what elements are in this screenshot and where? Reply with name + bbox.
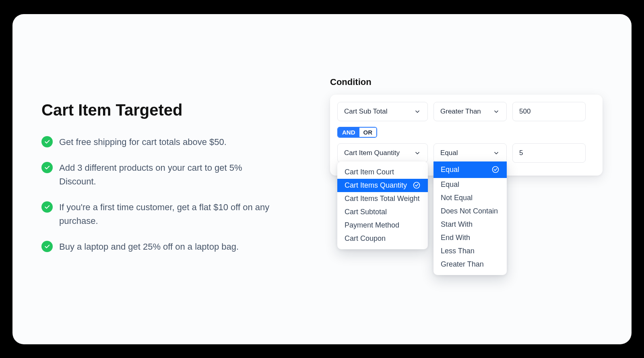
operator-option-label: End With [441, 234, 470, 242]
attribute-option-label: Payment Method [345, 221, 399, 230]
condition-heading: Condition [330, 77, 603, 87]
benefit-item: Buy a laptop and get 25% off on a laptop… [41, 240, 314, 254]
right-column: Condition Cart Sub Total Greater Than 50… [330, 37, 603, 322]
check-circle-icon [41, 136, 53, 147]
app-frame: Cart Item Targeted Get free shipping for… [12, 14, 632, 344]
logic-or-button[interactable]: OR [359, 128, 377, 137]
operator-select[interactable]: Equal [433, 143, 507, 163]
benefit-text: Add 3 different products on your cart to… [59, 161, 277, 188]
operator-option[interactable]: Start With [433, 218, 507, 231]
benefits-list: Get free shipping for cart totals above … [41, 135, 314, 254]
operator-dropdown: Equal Equal Not Equal Does Not Contain S… [433, 161, 507, 275]
attribute-select-value: Cart Item Quantity [344, 149, 400, 157]
check-circle-icon [41, 162, 53, 173]
attribute-option[interactable]: Cart Item Court [337, 166, 428, 179]
check-circle-icon [41, 201, 53, 213]
value-input[interactable]: 5 [512, 143, 586, 163]
attribute-option[interactable]: Payment Method [337, 219, 428, 232]
operator-option[interactable]: End With [433, 231, 507, 244]
operator-option[interactable]: Equal [433, 161, 507, 178]
operator-option-label: Equal [441, 180, 459, 189]
value-input[interactable]: 500 [512, 102, 586, 121]
attribute-select[interactable]: Cart Sub Total [337, 102, 428, 121]
attribute-option[interactable]: Cart Items Quantity [337, 179, 428, 192]
attribute-select[interactable]: Cart Item Quantity [337, 143, 428, 163]
operator-option[interactable]: Less Than [433, 244, 507, 258]
benefit-text: Buy a laptop and get 25% off on a laptop… [59, 240, 239, 254]
operator-option-label: Greater Than [441, 260, 484, 269]
chevron-down-icon [493, 149, 500, 157]
left-column: Cart Item Targeted Get free shipping for… [41, 37, 314, 322]
chevron-down-icon [414, 108, 421, 115]
value-input-text: 500 [519, 108, 530, 116]
check-circle-icon [41, 241, 53, 252]
operator-option-label: Does Not Contain [441, 207, 498, 215]
operator-select-value: Greater Than [440, 108, 481, 116]
operator-option-label: Not Equal [441, 194, 473, 202]
svg-point-1 [493, 167, 499, 173]
operator-select[interactable]: Greater Than [433, 102, 507, 121]
value-input-text: 5 [519, 149, 523, 157]
operator-option-label: Equal [441, 166, 459, 174]
benefit-item: Get free shipping for cart totals above … [41, 135, 314, 149]
operator-option-label: Less Than [441, 247, 475, 255]
attribute-option[interactable]: Cart Items Total Weight [337, 192, 428, 205]
attribute-dropdown: Cart Item Court Cart Items Quantity Cart… [337, 161, 428, 249]
attribute-option[interactable]: Cart Subtotal [337, 205, 428, 219]
attribute-option-label: Cart Item Court [345, 168, 394, 176]
operator-option[interactable]: Not Equal [433, 191, 507, 205]
attribute-option-label: Cart Subtotal [345, 208, 387, 216]
benefit-item: If you're a first time customer, get a f… [41, 201, 314, 228]
operator-option[interactable]: Greater Than [433, 258, 507, 271]
operator-option-label: Start With [441, 220, 473, 229]
benefit-text: Get free shipping for cart totals above … [59, 135, 227, 149]
check-circle-icon [491, 166, 500, 174]
svg-point-0 [414, 182, 420, 188]
operator-select-value: Equal [440, 149, 458, 157]
attribute-option-label: Cart Items Quantity [345, 181, 407, 190]
condition-row: Cart Sub Total Greater Than 500 [337, 102, 595, 121]
operator-option[interactable]: Equal [433, 178, 507, 191]
benefit-item: Add 3 different products on your cart to… [41, 161, 314, 188]
page-title: Cart Item Targeted [41, 101, 314, 119]
benefit-text: If you're a first time customer, get a f… [59, 201, 277, 228]
chevron-down-icon [493, 108, 500, 115]
attribute-select-value: Cart Sub Total [344, 108, 387, 116]
chevron-down-icon [414, 149, 421, 157]
attribute-option-label: Cart Items Total Weight [345, 195, 419, 203]
attribute-option-label: Cart Coupon [345, 234, 386, 243]
attribute-option[interactable]: Cart Coupon [337, 232, 428, 245]
condition-panel: Cart Sub Total Greater Than 500 AND OR [330, 95, 603, 176]
condition-row: Cart Item Quantity Equal 5 [337, 143, 595, 163]
content-columns: Cart Item Targeted Get free shipping for… [41, 37, 603, 322]
logic-toggle: AND OR [337, 127, 377, 138]
check-circle-icon [413, 181, 421, 189]
operator-option[interactable]: Does Not Contain [433, 205, 507, 218]
logic-and-button[interactable]: AND [338, 128, 359, 137]
